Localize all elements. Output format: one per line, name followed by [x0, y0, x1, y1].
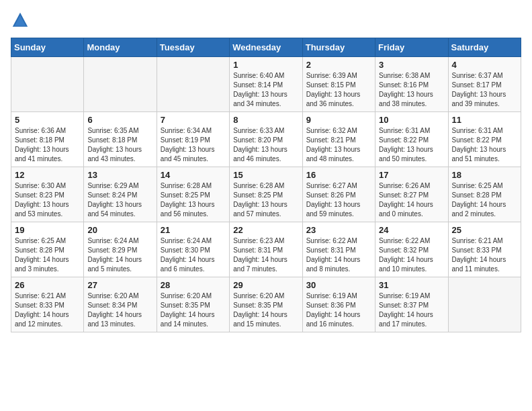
calendar-table: SundayMondayTuesdayWednesdayThursdayFrid…: [11, 38, 521, 332]
day-info: Sunrise: 6:19 AM Sunset: 8:36 PM Dayligh…: [306, 291, 371, 329]
day-number: 12: [15, 170, 80, 180]
calendar-day-cell: 14Sunrise: 6:28 AM Sunset: 8:25 PM Dayli…: [157, 167, 229, 222]
day-of-week-header: Monday: [84, 38, 157, 57]
day-info: Sunrise: 6:31 AM Sunset: 8:22 PM Dayligh…: [452, 126, 517, 164]
day-info: Sunrise: 6:20 AM Sunset: 8:35 PM Dayligh…: [161, 291, 226, 329]
day-info: Sunrise: 6:29 AM Sunset: 8:24 PM Dayligh…: [87, 181, 152, 219]
day-of-week-header: Saturday: [448, 38, 521, 57]
day-info: Sunrise: 6:33 AM Sunset: 8:20 PM Dayligh…: [233, 126, 298, 164]
day-number: 15: [233, 170, 298, 180]
day-info: Sunrise: 6:36 AM Sunset: 8:18 PM Dayligh…: [15, 126, 80, 164]
day-of-week-header: Tuesday: [157, 38, 229, 57]
day-info: Sunrise: 6:23 AM Sunset: 8:31 PM Dayligh…: [233, 236, 298, 274]
day-info: Sunrise: 6:30 AM Sunset: 8:23 PM Dayligh…: [15, 181, 80, 219]
day-info: Sunrise: 6:35 AM Sunset: 8:18 PM Dayligh…: [87, 126, 152, 164]
day-number: 8: [233, 115, 298, 125]
day-number: 7: [161, 115, 226, 125]
day-number: 3: [379, 60, 444, 70]
calendar-day-cell: 6Sunrise: 6:35 AM Sunset: 8:18 PM Daylig…: [84, 112, 157, 167]
day-of-week-header: Thursday: [302, 38, 375, 57]
day-number: 23: [306, 225, 371, 235]
day-info: Sunrise: 6:34 AM Sunset: 8:19 PM Dayligh…: [161, 126, 226, 164]
calendar-week-row: 26Sunrise: 6:21 AM Sunset: 8:33 PM Dayli…: [11, 277, 521, 332]
logo-icon: [11, 11, 30, 30]
logo: [11, 11, 32, 30]
calendar-day-cell: 13Sunrise: 6:29 AM Sunset: 8:24 PM Dayli…: [84, 167, 157, 222]
day-info: Sunrise: 6:22 AM Sunset: 8:32 PM Dayligh…: [379, 236, 444, 274]
day-info: Sunrise: 6:40 AM Sunset: 8:14 PM Dayligh…: [233, 71, 298, 109]
day-info: Sunrise: 6:21 AM Sunset: 8:33 PM Dayligh…: [15, 291, 80, 329]
day-number: 9: [306, 115, 371, 125]
calendar-day-cell: 15Sunrise: 6:28 AM Sunset: 8:25 PM Dayli…: [230, 167, 302, 222]
day-info: Sunrise: 6:31 AM Sunset: 8:22 PM Dayligh…: [379, 126, 444, 164]
day-info: Sunrise: 6:38 AM Sunset: 8:16 PM Dayligh…: [379, 71, 444, 109]
day-info: Sunrise: 6:28 AM Sunset: 8:25 PM Dayligh…: [161, 181, 226, 219]
calendar-day-cell: [11, 57, 84, 112]
day-number: 11: [452, 115, 517, 125]
calendar-day-cell: 11Sunrise: 6:31 AM Sunset: 8:22 PM Dayli…: [448, 112, 521, 167]
day-of-week-header: Sunday: [11, 38, 84, 57]
calendar-day-cell: 17Sunrise: 6:26 AM Sunset: 8:27 PM Dayli…: [375, 167, 448, 222]
day-number: 31: [379, 280, 444, 290]
calendar-week-row: 5Sunrise: 6:36 AM Sunset: 8:18 PM Daylig…: [11, 112, 521, 167]
calendar-day-cell: [157, 57, 229, 112]
day-number: 24: [379, 225, 444, 235]
day-number: 10: [379, 115, 444, 125]
calendar-day-cell: 10Sunrise: 6:31 AM Sunset: 8:22 PM Dayli…: [375, 112, 448, 167]
day-number: 30: [306, 280, 371, 290]
day-number: 4: [452, 60, 517, 70]
day-info: Sunrise: 6:37 AM Sunset: 8:17 PM Dayligh…: [452, 71, 517, 109]
day-number: 17: [379, 170, 444, 180]
day-number: 25: [452, 225, 517, 235]
calendar-day-cell: 22Sunrise: 6:23 AM Sunset: 8:31 PM Dayli…: [230, 222, 302, 277]
day-number: 27: [87, 280, 152, 290]
calendar-day-cell: [84, 57, 157, 112]
calendar-day-cell: 26Sunrise: 6:21 AM Sunset: 8:33 PM Dayli…: [11, 277, 84, 332]
calendar-day-cell: 4Sunrise: 6:37 AM Sunset: 8:17 PM Daylig…: [448, 57, 521, 112]
day-number: 29: [233, 280, 298, 290]
day-info: Sunrise: 6:22 AM Sunset: 8:31 PM Dayligh…: [306, 236, 371, 274]
calendar-day-cell: 7Sunrise: 6:34 AM Sunset: 8:19 PM Daylig…: [157, 112, 229, 167]
calendar-day-cell: 16Sunrise: 6:27 AM Sunset: 8:26 PM Dayli…: [302, 167, 375, 222]
calendar-day-cell: 9Sunrise: 6:32 AM Sunset: 8:21 PM Daylig…: [302, 112, 375, 167]
calendar-day-cell: 23Sunrise: 6:22 AM Sunset: 8:31 PM Dayli…: [302, 222, 375, 277]
calendar-day-cell: 29Sunrise: 6:20 AM Sunset: 8:35 PM Dayli…: [230, 277, 302, 332]
day-info: Sunrise: 6:25 AM Sunset: 8:28 PM Dayligh…: [452, 181, 517, 219]
calendar-day-cell: 20Sunrise: 6:24 AM Sunset: 8:29 PM Dayli…: [84, 222, 157, 277]
day-number: 1: [233, 60, 298, 70]
calendar-week-row: 19Sunrise: 6:25 AM Sunset: 8:28 PM Dayli…: [11, 222, 521, 277]
day-info: Sunrise: 6:28 AM Sunset: 8:25 PM Dayligh…: [233, 181, 298, 219]
day-info: Sunrise: 6:39 AM Sunset: 8:15 PM Dayligh…: [306, 71, 371, 109]
day-info: Sunrise: 6:26 AM Sunset: 8:27 PM Dayligh…: [379, 181, 444, 219]
day-number: 28: [161, 280, 226, 290]
day-number: 16: [306, 170, 371, 180]
page-header: [11, 11, 521, 30]
calendar-day-cell: 3Sunrise: 6:38 AM Sunset: 8:16 PM Daylig…: [375, 57, 448, 112]
day-number: 2: [306, 60, 371, 70]
day-info: Sunrise: 6:24 AM Sunset: 8:30 PM Dayligh…: [161, 236, 226, 274]
day-info: Sunrise: 6:27 AM Sunset: 8:26 PM Dayligh…: [306, 181, 371, 219]
calendar-day-cell: 1Sunrise: 6:40 AM Sunset: 8:14 PM Daylig…: [230, 57, 302, 112]
day-number: 19: [15, 225, 80, 235]
calendar-day-cell: 2Sunrise: 6:39 AM Sunset: 8:15 PM Daylig…: [302, 57, 375, 112]
day-number: 20: [87, 225, 152, 235]
day-info: Sunrise: 6:24 AM Sunset: 8:29 PM Dayligh…: [87, 236, 152, 274]
calendar-week-row: 12Sunrise: 6:30 AM Sunset: 8:23 PM Dayli…: [11, 167, 521, 222]
calendar-day-cell: 21Sunrise: 6:24 AM Sunset: 8:30 PM Dayli…: [157, 222, 229, 277]
day-number: 22: [233, 225, 298, 235]
day-info: Sunrise: 6:32 AM Sunset: 8:21 PM Dayligh…: [306, 126, 371, 164]
calendar-day-cell: 27Sunrise: 6:20 AM Sunset: 8:34 PM Dayli…: [84, 277, 157, 332]
day-of-week-header: Wednesday: [230, 38, 302, 57]
calendar-day-cell: [448, 277, 521, 332]
day-number: 14: [161, 170, 226, 180]
day-info: Sunrise: 6:19 AM Sunset: 8:37 PM Dayligh…: [379, 291, 444, 329]
day-info: Sunrise: 6:20 AM Sunset: 8:34 PM Dayligh…: [87, 291, 152, 329]
day-number: 21: [161, 225, 226, 235]
day-number: 26: [15, 280, 80, 290]
calendar-day-cell: 28Sunrise: 6:20 AM Sunset: 8:35 PM Dayli…: [157, 277, 229, 332]
calendar-day-cell: 25Sunrise: 6:21 AM Sunset: 8:33 PM Dayli…: [448, 222, 521, 277]
calendar-week-row: 1Sunrise: 6:40 AM Sunset: 8:14 PM Daylig…: [11, 57, 521, 112]
day-number: 13: [87, 170, 152, 180]
calendar-day-cell: 18Sunrise: 6:25 AM Sunset: 8:28 PM Dayli…: [448, 167, 521, 222]
calendar-day-cell: 12Sunrise: 6:30 AM Sunset: 8:23 PM Dayli…: [11, 167, 84, 222]
